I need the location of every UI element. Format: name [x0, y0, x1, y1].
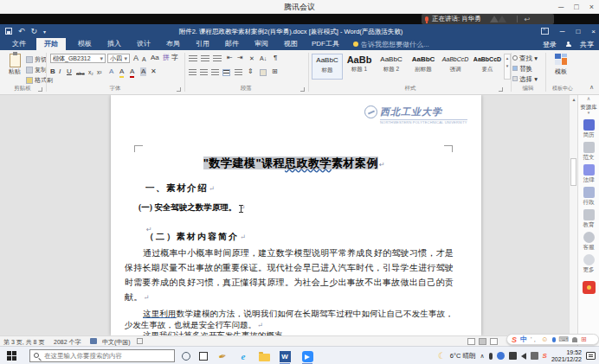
font-dialog-launcher[interactable] — [177, 87, 181, 92]
highlight-color-button[interactable]: A — [119, 67, 124, 78]
task-view-button[interactable] — [197, 350, 209, 362]
meeting-app-button[interactable] — [301, 350, 313, 362]
redo-button[interactable]: ↻ — [31, 27, 38, 35]
align-right-icon[interactable] — [211, 69, 219, 76]
borders-button[interactable]: ⊞ — [272, 67, 278, 76]
document-heading2[interactable]: (一) 安全驾驶之数学原理。 ↵ — [138, 202, 245, 214]
style-heading1[interactable]: AaBb 标题 1 — [344, 54, 375, 80]
tab-template[interactable]: 模板 — [73, 38, 97, 50]
emoji-icon[interactable]: ☺ — [541, 335, 548, 343]
tell-me-box[interactable]: 告诉我您想要做什么... — [353, 38, 429, 50]
tab-pdf-tools[interactable]: PDF工具 — [308, 38, 343, 50]
voice-input-icon[interactable] — [552, 337, 556, 342]
meeting-maximize-button[interactable]: □ — [574, 3, 578, 11]
paragraph-dialog-launcher[interactable] — [300, 87, 305, 92]
justify-icon[interactable] — [222, 69, 230, 76]
style-emphasis[interactable]: AaBbCcD 强调 — [440, 54, 471, 80]
search-input[interactable] — [44, 352, 165, 360]
sign-in-button[interactable]: 登录 — [543, 40, 557, 49]
tab-mailings[interactable]: 邮件 — [220, 38, 244, 50]
display-tray-icon[interactable] — [509, 352, 517, 360]
style-subtitle[interactable]: AaBbC 副标题 — [408, 54, 439, 80]
font-size-combo[interactable]: 小四▾ — [107, 54, 130, 63]
word-close-button[interactable]: × — [591, 28, 596, 35]
word-app-button[interactable]: W — [279, 350, 291, 362]
enclose-characters-button[interactable]: ✕ — [151, 67, 157, 76]
document-title[interactable]: "数学建模"课程思政教学素材案例↵ — [137, 156, 452, 171]
sogou-logo-icon[interactable]: S — [512, 335, 517, 344]
style-title[interactable]: AaBbC 标题 — [312, 54, 343, 80]
document-paragraph2[interactable]: 这里利用数学建模的方法，说明我们如何在长期驾车过程中如何让自己不发生事故，少发生… — [125, 309, 454, 331]
volume-tray-icon[interactable] — [521, 353, 526, 360]
skin-icon[interactable] — [572, 337, 577, 342]
grow-font-button[interactable]: A — [133, 54, 138, 62]
sidebar-item-support[interactable]: 客服 — [578, 232, 599, 250]
find-button[interactable]: 查找 ▾ — [512, 54, 538, 63]
web-layout-button[interactable] — [490, 338, 498, 345]
undo-button[interactable]: ↶ — [18, 27, 25, 35]
numbering-icon[interactable] — [201, 55, 209, 62]
cortana-button[interactable] — [180, 350, 192, 362]
tab-design[interactable]: 设计 — [132, 38, 156, 50]
start-button[interactable] — [7, 351, 16, 361]
align-center-icon[interactable] — [200, 69, 208, 76]
scrollbar-thumb[interactable] — [570, 158, 576, 186]
align-left-icon[interactable] — [189, 69, 196, 76]
sidebar-collapse-icon[interactable]: ∧ — [578, 95, 599, 102]
select-button[interactable]: 选择 ▾ — [512, 75, 538, 84]
speaking-indicator[interactable]: 正在讲话: 肖华勇 ↩ — [422, 14, 554, 24]
document-heading3[interactable]: （二）素材内容简介↵ — [145, 231, 248, 243]
red-packet-icon[interactable] — [583, 281, 596, 294]
camera-tray-icon[interactable] — [531, 352, 538, 360]
save-icon[interactable] — [5, 28, 12, 35]
increase-indent-button[interactable]: ⇥ — [237, 54, 243, 62]
template-button[interactable]: 模板 — [549, 54, 573, 76]
shrink-font-button[interactable]: A — [142, 55, 146, 64]
macro-record-icon[interactable] — [137, 338, 143, 344]
phonetic-guide-button[interactable]: 拼 — [163, 54, 170, 62]
hidden-icons-chevron[interactable]: ∧ — [480, 353, 484, 360]
scroll-up-icon[interactable]: ▴ — [570, 96, 577, 102]
superscript-button[interactable]: x² — [97, 68, 101, 77]
toolbox-icon[interactable]: ⊞ — [581, 335, 587, 343]
styles-gallery-scroll[interactable]: ▴ ▾ — [504, 54, 511, 80]
print-layout-button[interactable] — [479, 338, 486, 345]
show-marks-button[interactable]: ¶ — [274, 54, 277, 62]
word-maximize-button[interactable]: □ — [576, 28, 580, 35]
paste-button[interactable]: 粘贴 — [5, 54, 24, 85]
tab-insert[interactable]: 插入 — [102, 38, 126, 50]
line-spacing-button[interactable]: ⇕ — [248, 67, 254, 76]
sogou-tray-icon[interactable]: S — [543, 352, 547, 360]
file-explorer-button[interactable] — [258, 350, 270, 362]
character-shading-button[interactable]: A — [140, 67, 146, 76]
text-effects-button[interactable]: A — [109, 67, 113, 76]
ribbon-display-options-icon[interactable] — [541, 28, 549, 35]
proofing-icon[interactable] — [90, 338, 97, 344]
tab-home[interactable]: 开始 — [36, 38, 66, 50]
font-name-combo[interactable]: 楷体_GB2312▾ — [50, 54, 106, 63]
document-page[interactable]: 西北工业大学 NORTHWESTERN POLYTECHNICAL UNIVER… — [111, 95, 481, 335]
decrease-indent-button[interactable]: ⇤ — [227, 54, 233, 62]
internet-explorer-button[interactable]: e — [237, 350, 249, 362]
tab-view[interactable]: 视图 — [279, 38, 303, 50]
gallery-down-icon[interactable]: ▾ — [505, 62, 510, 70]
taskbar-search[interactable] — [29, 349, 175, 362]
copy-button[interactable]: 复制 — [26, 66, 47, 74]
punctuation-toggle[interactable]: '， — [531, 335, 538, 344]
collapse-toolbar-icon[interactable]: ↩ — [525, 16, 531, 23]
vertical-scrollbar[interactable]: ▴ — [569, 95, 577, 335]
sort-button[interactable]: A↓ — [260, 54, 267, 63]
multilevel-list-icon[interactable] — [213, 55, 222, 62]
sidebar-item-samples[interactable]: 范文 — [578, 142, 599, 160]
subscript-button[interactable]: x₂ — [88, 68, 93, 77]
change-case-button[interactable]: Aa — [151, 54, 159, 62]
styles-dialog-launcher[interactable] — [499, 87, 503, 92]
share-button[interactable]: 共享 — [580, 40, 594, 49]
style-strong[interactable]: AaBbCcD 要点 — [472, 54, 503, 80]
sidebar-item-education[interactable]: 教育 — [578, 209, 599, 227]
tab-review[interactable]: 审阅 — [249, 38, 274, 50]
asian-layout-button[interactable]: ✕ — [249, 54, 254, 63]
bold-button[interactable]: B — [50, 67, 55, 76]
italic-button[interactable]: I — [59, 67, 61, 76]
style-heading2[interactable]: AaBbC 标题 2 — [376, 54, 407, 80]
